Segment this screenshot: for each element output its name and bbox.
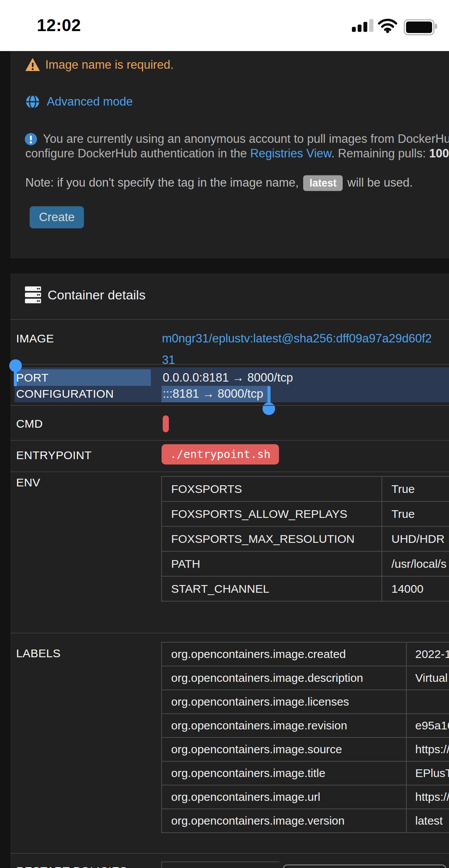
globe-icon — [25, 94, 40, 109]
labels-row-label: LABELS — [16, 647, 61, 660]
advanced-mode-link[interactable]: Advanced mode — [47, 95, 133, 109]
port-row-label-line1: PORT — [16, 371, 48, 384]
cmd-empty-badge — [163, 415, 169, 432]
latest-tag-badge: latest — [303, 175, 343, 191]
selection-end-handle[interactable] — [262, 402, 275, 415]
row-divider — [10, 364, 449, 365]
env-table-row: PATH /usr/local/s — [162, 552, 449, 577]
note-text-pre: Note: if you don't specify the tag in th… — [25, 176, 299, 189]
selection-start-handle-stem[interactable] — [14, 365, 17, 386]
label-key: org.opencontainers.image.revision — [171, 719, 347, 732]
info-line2-pre: configure DockerHub authentication in th… — [25, 147, 250, 160]
env-value: 14000 — [391, 582, 423, 595]
row-divider — [10, 319, 449, 320]
env-key: FOXSPORTS_ALLOW_REPLAYS — [171, 508, 347, 521]
env-key: FOXSPORTS_MAX_RESOLUTION — [171, 532, 355, 546]
wifi-icon — [378, 18, 398, 33]
port-mapping-value-2: :::8181 → 8000/tcp — [163, 387, 263, 401]
image-link-line2[interactable]: 31 — [162, 353, 175, 367]
label-key: org.opencontainers.image.source — [171, 743, 342, 756]
label-key: org.opencontainers.image.url — [171, 790, 320, 804]
label-key: org.opencontainers.image.created — [171, 648, 346, 661]
env-value: True — [391, 483, 415, 496]
label-value: https:// — [415, 790, 449, 804]
image-row-label: IMAGE — [16, 332, 54, 345]
label-key: org.opencontainers.image.description — [171, 671, 363, 684]
labels-table: org.opencontainers.image.created 2022-12… — [161, 642, 449, 833]
label-key: org.opencontainers.image.title — [171, 767, 325, 780]
dockerhub-info-line2: configure DockerHub authentication in th… — [25, 147, 449, 160]
dockerhub-info-line1: You are currently using an anonymous acc… — [43, 132, 449, 146]
env-table-row: FOXSPORTS True — [162, 477, 449, 502]
env-key: FOXSPORTS — [171, 483, 242, 496]
labels-table-row: org.opencontainers.image.licenses — [162, 690, 449, 714]
image-link-line1[interactable]: m0ngr31/eplustv:latest@sha256:dff09a97a2… — [162, 332, 432, 346]
cmd-row-label: CMD — [16, 417, 43, 430]
label-value: https:// — [415, 743, 449, 756]
env-key: PATH — [171, 557, 200, 570]
env-row-label: ENV — [16, 476, 40, 489]
env-table-row: FOXSPORTS_MAX_RESOLUTION UHD/HDR — [162, 527, 449, 552]
entrypoint-row-label: ENTRYPOINT — [16, 449, 92, 462]
label-key: org.opencontainers.image.version — [171, 814, 345, 827]
label-value: 2022-12 — [415, 648, 449, 661]
env-table-row: START_CHANNEL 14000 — [162, 577, 449, 601]
env-value: True — [391, 508, 415, 521]
env-value: /usr/local/s — [391, 557, 446, 570]
restart-policies-row-label: RESTART POLICIES — [16, 865, 127, 868]
container-details-title: Container details — [48, 288, 145, 303]
labels-table-row: org.opencontainers.image.url https:// — [162, 785, 449, 809]
restart-policies-table-fragment — [161, 861, 279, 868]
label-value: e95a167 — [415, 719, 449, 732]
warning-icon — [25, 58, 40, 72]
restart-policy-button-fragment[interactable] — [283, 865, 446, 868]
row-divider — [10, 471, 449, 472]
row-divider — [10, 405, 449, 406]
row-divider — [10, 853, 449, 854]
create-button[interactable]: Create — [30, 206, 84, 228]
screen: 12:02 Image name is required. Advance — [0, 0, 449, 868]
row-divider — [10, 440, 449, 441]
selection-end-handle-stem[interactable] — [267, 386, 271, 402]
status-time: 12:02 — [37, 16, 81, 35]
label-key: org.opencontainers.image.licenses — [171, 695, 349, 708]
label-value: EPlusTV — [415, 767, 449, 780]
note-text-post: will be used. — [347, 176, 413, 189]
labels-table-row: org.opencontainers.image.version latest — [162, 809, 449, 832]
container-details-icon — [25, 286, 41, 304]
labels-table-row: org.opencontainers.image.description Vir… — [162, 666, 449, 690]
entrypoint-badge: ./entrypoint.sh — [162, 444, 279, 465]
tag-note: Note: if you don't specify the tag in th… — [25, 175, 413, 191]
env-value: UHD/HDR — [391, 532, 444, 546]
remaining-pulls-count: 100/ — [429, 147, 449, 160]
label-value: latest — [415, 814, 443, 827]
row-divider — [10, 633, 449, 633]
registries-view-link[interactable]: Registries View — [250, 147, 331, 160]
label-value: Virtual — [415, 671, 448, 684]
env-key: START_CHANNEL — [171, 582, 269, 595]
env-table: FOXSPORTS True FOXSPORTS_ALLOW_REPLAYS T… — [161, 476, 449, 602]
env-table-row: FOXSPORTS_ALLOW_REPLAYS True — [162, 502, 449, 527]
port-mapping-value-1: 0.0.0.0:8181 → 8000/tcp — [163, 371, 293, 385]
labels-table-row: org.opencontainers.image.revision e95a16… — [162, 714, 449, 738]
labels-table-row: org.opencontainers.image.source https:// — [162, 738, 449, 762]
info-icon — [25, 133, 37, 145]
labels-table-row: org.opencontainers.image.title EPlusTV — [162, 762, 449, 785]
labels-table-row: org.opencontainers.image.created 2022-12 — [162, 643, 449, 666]
status-bar: 12:02 — [0, 0, 449, 51]
port-row-label-line2: CONFIGURATION — [16, 387, 114, 400]
info-line2-mid: . Remaining pulls: — [331, 147, 429, 160]
warning-message: Image name is required. — [45, 58, 173, 72]
